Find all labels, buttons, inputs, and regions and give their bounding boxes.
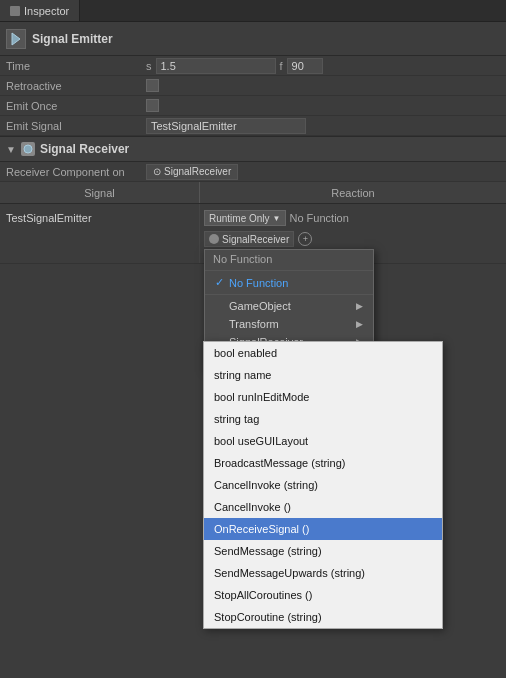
table-row: TestSignalEmitter Runtime Only ▼ No Func… — [0, 204, 506, 264]
popup-gameobject-label: GameObject — [229, 300, 291, 312]
receiver-component-value: ⊙ SignalReceiver — [146, 164, 500, 180]
popup-divider-1 — [205, 270, 373, 271]
time-f-label: f — [280, 60, 283, 72]
emit-once-checkbox[interactable] — [146, 99, 159, 112]
emit-once-value — [146, 99, 500, 112]
no-function-top-label: No Function — [290, 212, 349, 224]
submenu-item-string-tag[interactable]: string tag — [204, 408, 442, 430]
runtime-dropdown[interactable]: Runtime Only ▼ — [204, 210, 286, 226]
object-ref-text: SignalReceiver — [222, 234, 289, 245]
retroactive-row: Retroactive — [0, 76, 506, 96]
popup-divider-2 — [205, 294, 373, 295]
popup-no-function-label: No Function — [229, 277, 288, 289]
svg-marker-0 — [12, 33, 20, 45]
retroactive-value — [146, 79, 500, 92]
submenu-label-8: OnReceiveSignal () — [214, 523, 309, 535]
time-input[interactable] — [156, 58, 276, 74]
arrow-icon-1: ▶ — [356, 301, 363, 311]
submenu-label-1: string name — [214, 369, 271, 381]
submenu-item-cancelinvoke-str[interactable]: CancelInvoke (string) — [204, 474, 442, 496]
signaltest-submenu: bool enabled string name bool runInEditM… — [203, 341, 443, 629]
svg-point-1 — [24, 145, 32, 153]
signal-receiver-icon — [21, 142, 35, 156]
retroactive-checkbox[interactable] — [146, 79, 159, 92]
submenu-label-6: CancelInvoke (string) — [214, 479, 318, 491]
runtime-arrow-icon: ▼ — [273, 214, 281, 223]
submenu-label-10: SendMessageUpwards (string) — [214, 567, 365, 579]
submenu-label-3: string tag — [214, 413, 259, 425]
no-function-dropdown-container: SignalReceiver No Function ✓ No Function… — [204, 231, 294, 247]
time-s-label: s — [146, 60, 152, 72]
time-f-input[interactable] — [287, 58, 323, 74]
runtime-label: Runtime Only — [209, 213, 270, 224]
submenu-label-4: bool useGUILayout — [214, 435, 308, 447]
submenu-item-runineditmode[interactable]: bool runInEditMode — [204, 386, 442, 408]
emit-signal-label: Emit Signal — [6, 120, 146, 132]
check-icon: ✓ — [215, 276, 229, 289]
add-reaction-button[interactable]: + — [298, 232, 312, 246]
signal-receiver-title: Signal Receiver — [40, 142, 129, 156]
submenu-item-sendmessageupwards[interactable]: SendMessageUpwards (string) — [204, 562, 442, 584]
submenu-item-cancelinvoke[interactable]: CancelInvoke () — [204, 496, 442, 518]
submenu-item-stopcoroutine[interactable]: StopCoroutine (string) — [204, 606, 442, 628]
submenu-label-12: StopCoroutine (string) — [214, 611, 322, 623]
col-signal-header: Signal — [0, 182, 200, 203]
reaction-top: Runtime Only ▼ No Function — [204, 208, 502, 228]
time-label: Time — [6, 60, 146, 72]
submenu-item-useGUILayout[interactable]: bool useGUILayout — [204, 430, 442, 452]
inspector-tab-label: Inspector — [24, 5, 69, 17]
submenu-label-0: bool enabled — [214, 347, 277, 359]
submenu-label-7: CancelInvoke () — [214, 501, 291, 513]
tab-bar: Inspector — [0, 0, 506, 22]
signal-emitter-icon — [6, 29, 26, 49]
object-ref[interactable]: SignalReceiver — [204, 231, 294, 247]
receiver-chip-icon: ⊙ — [153, 166, 161, 177]
inspector-tab-icon — [10, 6, 20, 16]
section-collapse-arrow[interactable]: ▼ — [6, 144, 16, 155]
receiver-component-row: Receiver Component on ⊙ SignalReceiver — [0, 162, 506, 182]
time-value: s f — [146, 58, 500, 74]
receiver-chip[interactable]: ⊙ SignalReceiver — [146, 164, 238, 180]
popup-item-no-function[interactable]: ✓ No Function — [205, 273, 373, 292]
table-header: Signal Reaction — [0, 182, 506, 204]
arrow-icon-2: ▶ — [356, 319, 363, 329]
signal-name-cell: TestSignalEmitter — [0, 204, 200, 263]
submenu-label-11: StopAllCoroutines () — [214, 589, 312, 601]
emit-once-label: Emit Once — [6, 100, 146, 112]
runtime-dropdown-container: Runtime Only ▼ — [204, 210, 286, 226]
popup-item-gameobject[interactable]: GameObject ▶ — [205, 297, 373, 315]
submenu-label-2: bool runInEditMode — [214, 391, 309, 403]
submenu-label-5: BroadcastMessage (string) — [214, 457, 345, 469]
reaction-bottom: SignalReceiver No Function ✓ No Function… — [204, 231, 502, 247]
retroactive-label: Retroactive — [6, 80, 146, 92]
no-function-popup-title: No Function — [205, 250, 373, 268]
submenu-label-9: SendMessage (string) — [214, 545, 322, 557]
signal-emitter-header: Signal Emitter — [0, 22, 506, 56]
submenu-item-stopallcoroutines[interactable]: StopAllCoroutines () — [204, 584, 442, 606]
emit-signal-input[interactable] — [146, 118, 306, 134]
time-row: Time s f — [0, 56, 506, 76]
receiver-chip-text: SignalReceiver — [164, 166, 231, 177]
inspector-tab[interactable]: Inspector — [0, 0, 80, 21]
submenu-item-bool-enabled[interactable]: bool enabled — [204, 342, 442, 364]
receiver-component-label: Receiver Component on — [6, 166, 146, 178]
submenu-item-broadcast[interactable]: BroadcastMessage (string) — [204, 452, 442, 474]
signal-receiver-section-header: ▼ Signal Receiver — [0, 136, 506, 162]
emit-once-row: Emit Once — [0, 96, 506, 116]
submenu-item-onreceivesignal[interactable]: OnReceiveSignal () — [204, 518, 442, 540]
popup-transform-label: Transform — [229, 318, 279, 330]
popup-item-transform[interactable]: Transform ▶ — [205, 315, 373, 333]
col-reaction-header: Reaction — [200, 182, 506, 203]
submenu-item-string-name[interactable]: string name — [204, 364, 442, 386]
reaction-cell: Runtime Only ▼ No Function SignalReceive… — [200, 204, 506, 263]
emit-signal-value — [146, 118, 500, 134]
signal-emitter-title: Signal Emitter — [32, 32, 113, 46]
obj-icon — [209, 234, 219, 244]
submenu-item-sendmessage[interactable]: SendMessage (string) — [204, 540, 442, 562]
emit-signal-row: Emit Signal — [0, 116, 506, 136]
